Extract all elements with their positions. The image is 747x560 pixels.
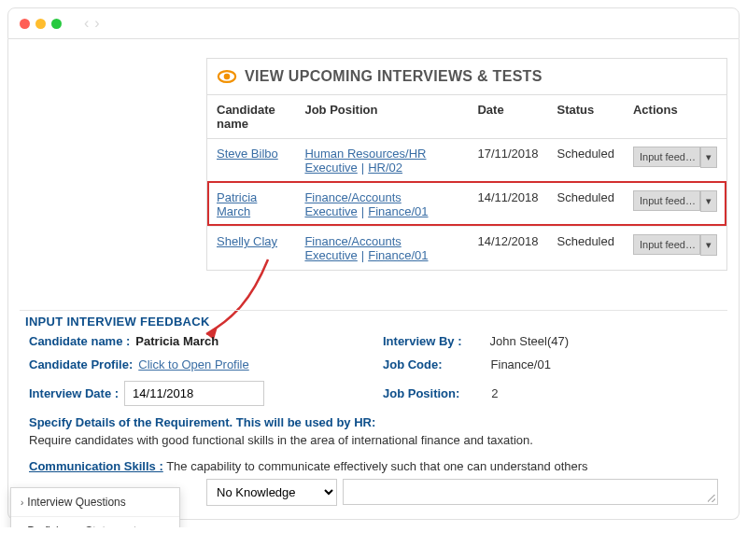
interview-date-input[interactable]: [124, 381, 264, 406]
job-code-field: Job Code: Finance/01: [383, 357, 718, 371]
job-position-label: Job Position:: [383, 386, 459, 400]
col-candidate: Candidate name: [207, 95, 295, 139]
candidate-link[interactable]: Shelly Clay: [217, 234, 277, 248]
interview-by-field: Interview By : John Steel(47): [383, 334, 718, 348]
nav-arrows[interactable]: ‹›: [84, 15, 106, 32]
resize-grip-icon[interactable]: [708, 495, 715, 502]
position-sep: |: [358, 204, 368, 218]
popup-item-interview-questions[interactable]: › Interview Questions: [11, 488, 179, 516]
interview-by-label: Interview By :: [383, 334, 462, 348]
candidate-name-value: Patricia March: [135, 334, 218, 348]
popup-item-proficiency-statements[interactable]: › Proficiency Statements: [11, 516, 179, 527]
chevron-right-icon: ›: [21, 497, 23, 508]
requirement-block: Specify Details of the Requirement. This…: [29, 415, 718, 450]
position-link-b[interactable]: Finance/01: [368, 204, 428, 218]
actions-caret-button[interactable]: ▾: [700, 190, 717, 212]
popup-item-label: Proficiency Statements: [27, 525, 142, 527]
status-cell: Scheduled: [548, 139, 624, 183]
chevron-right-icon: ›: [21, 526, 23, 527]
date-cell: 14/12/2018: [468, 227, 547, 271]
form-title: INPUT INTERVIEW FEEDBACK: [20, 315, 727, 334]
date-cell: 17/11/2018: [468, 139, 547, 183]
actions-caret-button[interactable]: ▾: [700, 147, 717, 168]
candidate-name-label: Candidate name :: [29, 334, 130, 348]
upcoming-header: VIEW UPCOMING INTERVIEWS & TESTS: [207, 59, 726, 95]
browser-chrome: ‹›: [7, 7, 740, 39]
window-min-dot[interactable]: [35, 19, 46, 29]
table-row: Shelly Clay Finance/Accounts Executive|F…: [207, 227, 726, 271]
communication-desc: The capability to communicate effectivel…: [166, 459, 587, 473]
table-row: Patricia March Finance/Accounts Executiv…: [207, 183, 726, 227]
input-feedback-button[interactable]: Input feed…: [633, 234, 700, 255]
candidate-link[interactable]: Steve Bilbo: [217, 147, 278, 161]
status-cell: Scheduled: [548, 227, 624, 271]
input-feedback-button[interactable]: Input feed…: [633, 147, 700, 167]
window-close-dot[interactable]: [20, 19, 30, 29]
input-feedback-button[interactable]: Input feed…: [633, 190, 700, 211]
upcoming-title: VIEW UPCOMING INTERVIEWS & TESTS: [245, 68, 543, 85]
col-position: Job Position: [295, 95, 468, 139]
upcoming-panel: VIEW UPCOMING INTERVIEWS & TESTS Candida…: [206, 58, 727, 271]
content-frame: VIEW UPCOMING INTERVIEWS & TESTS Candida…: [7, 39, 740, 520]
candidate-link[interactable]: Patricia March: [217, 190, 257, 218]
interview-date-label: Interview Date :: [29, 386, 119, 400]
knowledge-row: No Knowledge: [206, 479, 718, 506]
skills-popup: › Interview Questions › Proficiency Stat…: [10, 487, 180, 527]
knowledge-comment-input[interactable]: [343, 479, 718, 505]
col-date: Date: [468, 95, 547, 139]
job-position-field: Job Position: 2: [383, 381, 718, 406]
requirement-label: Specify Details of the Requirement. This…: [29, 415, 718, 429]
table-row: Steve Bilbo Human Resources/HR Executive…: [207, 139, 726, 183]
popup-item-label: Interview Questions: [27, 496, 125, 509]
position-link-b[interactable]: Finance/01: [368, 248, 428, 262]
window-max-dot[interactable]: [51, 19, 62, 29]
candidate-profile-label: Candidate Profile:: [29, 357, 133, 371]
candidate-name-field: Candidate name : Patricia March: [29, 334, 364, 348]
position-link-b[interactable]: HR/02: [368, 161, 402, 175]
actions-caret-button[interactable]: ▾: [700, 234, 717, 256]
interview-date-field: Interview Date :: [29, 381, 364, 406]
feedback-form: INPUT INTERVIEW FEEDBACK Candidate name …: [20, 310, 727, 506]
communication-row: Communication Skills : The capability to…: [20, 459, 727, 473]
upcoming-table: Candidate name Job Position Date Status …: [207, 95, 726, 270]
col-actions: Actions: [624, 95, 726, 139]
svg-point-1: [224, 74, 231, 80]
job-code-value: Finance/01: [491, 357, 551, 371]
knowledge-select[interactable]: No Knowledge: [206, 479, 337, 506]
interview-by-value: John Steel(47): [490, 334, 570, 348]
date-cell: 14/11/2018: [468, 183, 547, 227]
eye-icon: [217, 66, 237, 87]
position-sep: |: [358, 161, 368, 175]
open-profile-link[interactable]: Click to Open Profile: [138, 357, 249, 371]
job-position-value: 2: [491, 386, 498, 400]
col-status: Status: [548, 95, 624, 139]
status-cell: Scheduled: [548, 183, 624, 227]
position-sep: |: [358, 248, 368, 262]
table-header-row: Candidate name Job Position Date Status …: [207, 95, 726, 139]
requirement-text: Require candidates with good functional …: [29, 429, 718, 450]
candidate-profile-field: Candidate Profile: Click to Open Profile: [29, 357, 364, 371]
communication-label: Communication Skills :: [29, 459, 163, 473]
job-code-label: Job Code:: [383, 357, 443, 371]
